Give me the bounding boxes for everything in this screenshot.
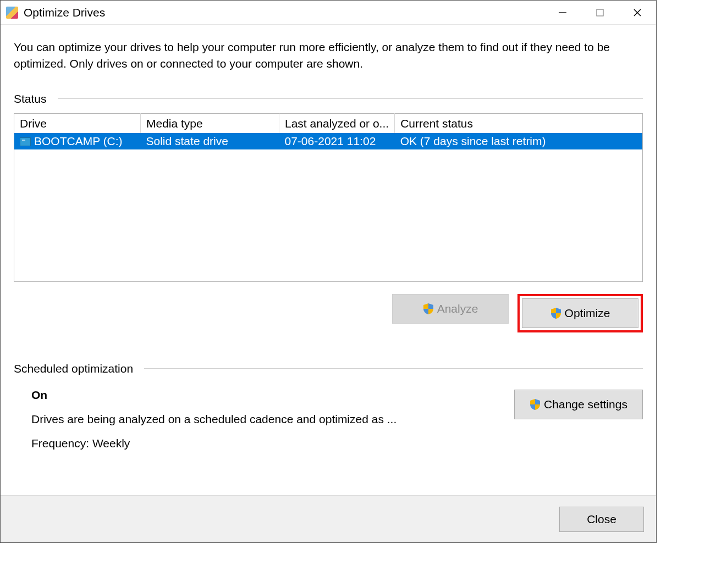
table-row[interactable]: BOOTCAMP (C:) Solid state drive 07-06-20… bbox=[14, 133, 643, 149]
section-rule bbox=[144, 368, 643, 369]
change-settings-label: Change settings bbox=[544, 398, 627, 411]
scheduled-freq: Frequency: Weekly bbox=[31, 431, 396, 456]
table-header-row: Drive Media type Last analyzed or o... C… bbox=[14, 113, 643, 133]
window-title: Optimize Drives bbox=[24, 6, 105, 19]
shield-icon bbox=[423, 303, 434, 315]
drive-table[interactable]: Drive Media type Last analyzed or o... C… bbox=[14, 113, 643, 282]
status-section-header: Status bbox=[14, 92, 643, 106]
window-controls bbox=[544, 1, 656, 24]
drive-icon bbox=[20, 137, 31, 146]
scheduled-state: On bbox=[31, 383, 396, 407]
analyze-label: Analyze bbox=[437, 302, 478, 315]
titlebar: Optimize Drives bbox=[1, 1, 656, 25]
optimize-highlight: Optimize bbox=[517, 294, 643, 332]
col-last[interactable]: Last analyzed or o... bbox=[279, 113, 395, 133]
optimize-drives-window: Optimize Drives You can optimize your dr… bbox=[0, 0, 657, 543]
close-window-button[interactable] bbox=[619, 1, 656, 24]
close-button[interactable]: Close bbox=[559, 507, 644, 532]
cell-media: Solid state drive bbox=[141, 133, 279, 149]
status-label: Status bbox=[14, 92, 47, 106]
minimize-icon bbox=[558, 8, 567, 17]
scheduled-section-header: Scheduled optimization bbox=[14, 362, 643, 375]
change-settings-button[interactable]: Change settings bbox=[514, 390, 643, 419]
minimize-button[interactable] bbox=[544, 1, 581, 24]
svg-rect-1 bbox=[597, 9, 603, 16]
cell-last: 07-06-2021 11:02 bbox=[279, 133, 395, 149]
footer: Close bbox=[1, 495, 656, 542]
maximize-icon bbox=[596, 8, 604, 17]
shield-icon bbox=[530, 398, 541, 411]
col-status[interactable]: Current status bbox=[395, 113, 643, 133]
scheduled-desc: Drives are being analyzed on a scheduled… bbox=[31, 407, 396, 431]
table-empty-space bbox=[14, 149, 643, 281]
optimize-button[interactable]: Optimize bbox=[522, 298, 638, 328]
app-icon bbox=[6, 7, 18, 19]
analyze-button: Analyze bbox=[392, 294, 509, 324]
section-rule bbox=[58, 98, 643, 99]
cell-status: OK (7 days since last retrim) bbox=[395, 133, 643, 149]
drive-name: BOOTCAMP (C:) bbox=[34, 135, 123, 147]
scheduled-label: Scheduled optimization bbox=[14, 362, 133, 375]
drive-buttons: Analyze Optimize bbox=[14, 294, 643, 332]
maximize-button[interactable] bbox=[581, 1, 619, 24]
scheduled-body: On Drives are being analyzed on a schedu… bbox=[14, 383, 396, 456]
intro-text: You can optimize your drives to help you… bbox=[14, 39, 643, 73]
close-icon bbox=[633, 8, 642, 17]
close-label: Close bbox=[587, 513, 616, 526]
optimize-label: Optimize bbox=[565, 307, 610, 320]
cell-drive: BOOTCAMP (C:) bbox=[14, 133, 141, 149]
col-media[interactable]: Media type bbox=[141, 113, 279, 133]
shield-icon bbox=[550, 307, 561, 319]
col-drive[interactable]: Drive bbox=[14, 113, 141, 133]
